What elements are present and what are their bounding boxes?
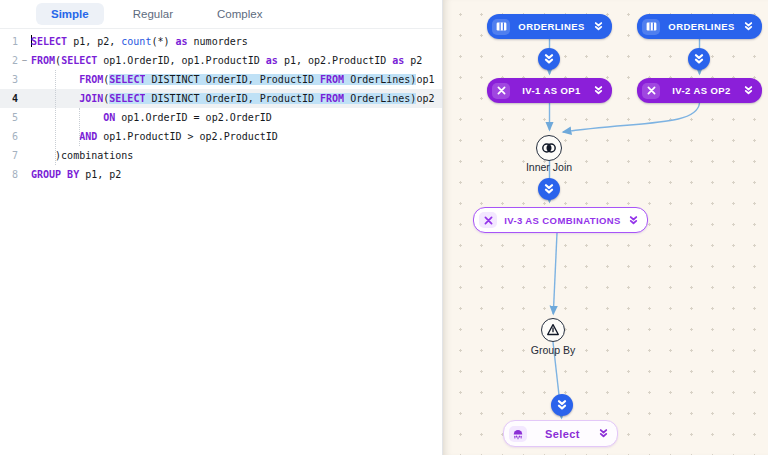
expand-connector[interactable] xyxy=(688,48,710,70)
group-by-label: Group By xyxy=(531,344,575,356)
line-number: 3 xyxy=(0,70,18,89)
fold-marker[interactable]: − xyxy=(18,51,31,70)
double-chevron-down-icon xyxy=(693,53,705,65)
group-by-icon xyxy=(544,321,562,339)
chevron-down-icon[interactable] xyxy=(628,215,639,226)
node-iv1-as-op1[interactable]: IV-1 AS OP1 xyxy=(487,78,612,103)
chevron-down-icon[interactable] xyxy=(593,85,604,96)
node-label: ORDERLINES xyxy=(510,21,593,32)
fold-marker xyxy=(18,32,31,51)
line-number: 2 xyxy=(0,51,18,70)
code-text: GROUP BY p1, p2 xyxy=(31,165,121,184)
cross-join-icon xyxy=(492,83,510,99)
cross-join-icon xyxy=(642,83,660,99)
inner-join-icon xyxy=(539,138,559,158)
code-line-4[interactable]: 4 JOIN(SELECT DISTINCT OrderID, ProductI… xyxy=(0,89,442,108)
line-number: 7 xyxy=(0,146,18,165)
line-number: 5 xyxy=(0,108,18,127)
fold-marker xyxy=(18,70,31,89)
node-orderlines-1[interactable]: ORDERLINES xyxy=(487,14,612,39)
code-text: JOIN(SELECT DISTINCT OrderID, ProductID … xyxy=(31,89,434,108)
table-icon xyxy=(492,19,510,35)
app-window: Simple Regular Complex 1SELECT p1, p2, c… xyxy=(0,0,768,455)
code-text: )combinations xyxy=(31,146,133,165)
double-chevron-down-icon xyxy=(543,183,555,195)
expand-connector[interactable] xyxy=(551,394,573,416)
indent-guide xyxy=(79,108,80,146)
code-editor[interactable]: 1SELECT p1, p2, count(*) as numorders2−F… xyxy=(0,29,442,184)
node-iv3-as-combinations[interactable]: IV-3 AS COMBINATIONS xyxy=(473,207,648,233)
node-orderlines-2[interactable]: ORDERLINES xyxy=(637,14,762,39)
line-number: 1 xyxy=(0,32,18,51)
tab-regular[interactable]: Regular xyxy=(118,3,188,25)
node-label: ORDERLINES xyxy=(660,21,743,32)
fold-marker xyxy=(18,127,31,146)
double-chevron-down-icon xyxy=(556,399,568,411)
line-number: 4 xyxy=(0,89,18,108)
code-text: SELECT p1, p2, count(*) as numorders xyxy=(31,32,248,51)
code-text: ON op1.OrderID = op2.OrderID xyxy=(31,108,272,127)
fold-marker xyxy=(18,108,31,127)
node-select[interactable]: Select xyxy=(503,420,618,447)
code-line-8[interactable]: 8GROUP BY p1, p2 xyxy=(0,165,442,184)
code-text: AND op1.ProductID > op2.ProductID xyxy=(31,127,278,146)
tab-bar: Simple Regular Complex xyxy=(0,0,442,29)
query-diagram-canvas[interactable]: ORDERLINES ORDERLINES IV-1 AS xyxy=(443,0,768,455)
chevron-down-icon[interactable] xyxy=(743,21,754,32)
line-number: 6 xyxy=(0,127,18,146)
inner-join-node[interactable] xyxy=(536,135,562,161)
node-label: IV-1 AS OP1 xyxy=(510,85,593,96)
table-icon xyxy=(642,19,660,35)
code-text: FROM(SELECT DISTINCT OrderID, ProductID … xyxy=(31,70,434,89)
cross-join-icon xyxy=(479,212,497,228)
line-number: 8 xyxy=(0,165,18,184)
fold-marker xyxy=(18,89,31,108)
fold-marker xyxy=(18,146,31,165)
inner-join-label: Inner Join xyxy=(526,161,572,173)
tab-complex[interactable]: Complex xyxy=(202,3,277,25)
chevron-down-icon[interactable] xyxy=(598,428,609,439)
indent-guide xyxy=(55,70,56,165)
group-by-node[interactable] xyxy=(541,318,565,342)
code-text: FROM(SELECT op1.OrderID, op1.ProductID a… xyxy=(31,51,422,70)
code-line-2[interactable]: 2−FROM(SELECT op1.OrderID, op1.ProductID… xyxy=(0,51,442,70)
expand-connector[interactable] xyxy=(538,178,560,200)
select-projection-icon xyxy=(509,426,527,442)
code-line-6[interactable]: 6 AND op1.ProductID > op2.ProductID xyxy=(0,127,442,146)
code-lines: 1SELECT p1, p2, count(*) as numorders2−F… xyxy=(0,32,442,184)
code-line-5[interactable]: 5 ON op1.OrderID = op2.OrderID xyxy=(0,108,442,127)
expand-connector[interactable] xyxy=(538,48,560,70)
chevron-down-icon[interactable] xyxy=(593,21,604,32)
fold-marker xyxy=(18,165,31,184)
code-line-3[interactable]: 3 FROM(SELECT DISTINCT OrderID, ProductI… xyxy=(0,70,442,89)
sql-editor-panel: Simple Regular Complex 1SELECT p1, p2, c… xyxy=(0,0,443,455)
node-iv2-as-op2[interactable]: IV-2 AS OP2 xyxy=(637,78,762,103)
code-line-1[interactable]: 1SELECT p1, p2, count(*) as numorders xyxy=(0,32,442,51)
tab-simple[interactable]: Simple xyxy=(36,3,104,25)
double-chevron-down-icon xyxy=(543,53,555,65)
node-label: IV-2 AS OP2 xyxy=(660,85,743,96)
node-label: Select xyxy=(527,428,598,440)
code-line-7[interactable]: 7 )combinations xyxy=(0,146,442,165)
node-label: IV-3 AS COMBINATIONS xyxy=(497,215,628,226)
chevron-down-icon[interactable] xyxy=(743,85,754,96)
